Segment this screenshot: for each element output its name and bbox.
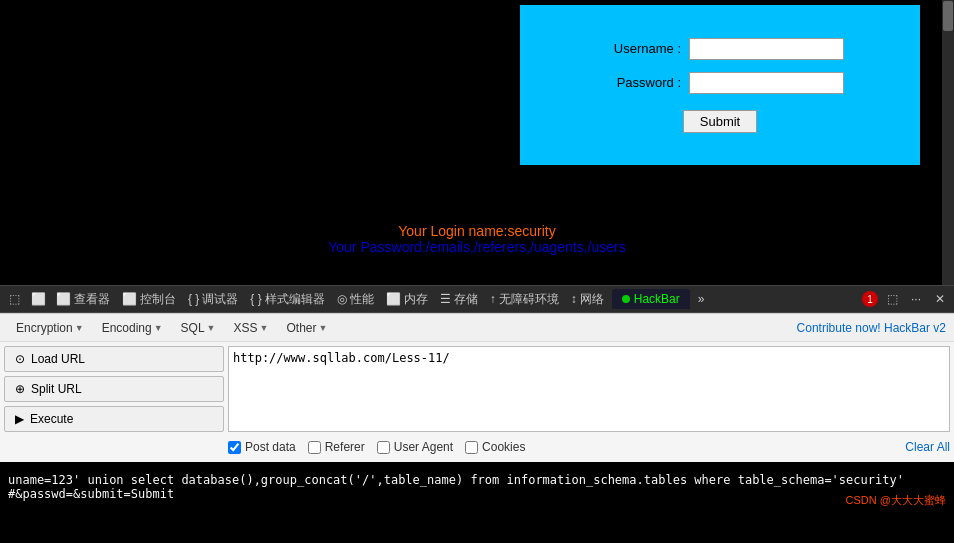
xss-arrow: ▼: [260, 323, 269, 333]
accessibility-tab[interactable]: ↑ 无障碍环境: [486, 289, 563, 310]
encryption-arrow: ▼: [75, 323, 84, 333]
execute-icon: ▶: [15, 412, 24, 426]
storage-icon: ☰: [440, 292, 451, 306]
cookies-checkbox[interactable]: Cookies: [465, 440, 525, 454]
close-icon[interactable]: ✕: [930, 289, 950, 309]
memory-label: 内存: [404, 291, 428, 308]
encryption-label: Encryption: [16, 321, 73, 335]
error-badge[interactable]: 1: [862, 291, 878, 307]
storage-label: 存储: [454, 291, 478, 308]
post-data-checkbox[interactable]: Post data: [228, 440, 296, 454]
submit-button[interactable]: Submit: [683, 110, 757, 133]
more-icon-2[interactable]: ···: [906, 289, 926, 309]
command-text: uname=123' union select database(),group…: [8, 473, 946, 501]
console-icon: ⬜: [122, 292, 137, 306]
style-editor-tab[interactable]: { } 样式编辑器: [246, 289, 328, 310]
contribute-text: Contribute now!: [797, 321, 884, 335]
encryption-menu[interactable]: Encryption ▼: [8, 318, 92, 338]
inspector-label: 查看器: [74, 291, 110, 308]
sql-menu[interactable]: SQL ▼: [173, 318, 224, 338]
hackbar-tab[interactable]: HackBar: [612, 289, 690, 309]
inspector-tab[interactable]: ⬜ 查看器: [52, 289, 114, 310]
performance-tab[interactable]: ◎ 性能: [333, 289, 378, 310]
watermark: CSDN @大大大蜜蜂: [846, 493, 946, 508]
contribute-link[interactable]: Contribute now! HackBar v2: [797, 321, 946, 335]
scrollbar-thumb[interactable]: [943, 1, 953, 31]
style-icon: { }: [250, 292, 261, 306]
url-options: Post data Referer User Agent Cookies Cle…: [228, 436, 950, 458]
user-agent-checkbox[interactable]: User Agent: [377, 440, 453, 454]
more-icon: »: [698, 292, 705, 306]
error-count: 1: [867, 294, 873, 305]
user-agent-label: User Agent: [394, 440, 453, 454]
performance-icon: ◎: [337, 292, 347, 306]
accessibility-icon: ↑: [490, 292, 496, 306]
referer-input[interactable]: [308, 441, 321, 454]
accessibility-label: 无障碍环境: [499, 291, 559, 308]
xss-label: XSS: [234, 321, 258, 335]
hackbar-dot: [622, 295, 630, 303]
hackbar-tab-label: HackBar: [634, 292, 680, 306]
hackbar-panel: Encryption ▼ Encoding ▼ SQL ▼ XSS ▼ Othe…: [0, 313, 954, 462]
username-label: Username :: [596, 41, 681, 56]
pick-icon[interactable]: ⬜: [28, 289, 48, 309]
hackbar-body: ⊙ Load URL ⊕ Split URL ▶ Execute http://…: [0, 342, 954, 462]
load-url-button[interactable]: ⊙ Load URL: [4, 346, 224, 372]
console-tab[interactable]: ⬜ 控制台: [118, 289, 180, 310]
more-tools-button[interactable]: »: [694, 290, 709, 308]
referer-label: Referer: [325, 440, 365, 454]
load-url-icon: ⊙: [15, 352, 25, 366]
post-data-input[interactable]: [228, 441, 241, 454]
encoding-menu[interactable]: Encoding ▼: [94, 318, 171, 338]
url-textarea[interactable]: http://www.sqllab.com/Less-11/: [228, 346, 950, 432]
encoding-label: Encoding: [102, 321, 152, 335]
style-label: 样式编辑器: [265, 291, 325, 308]
xss-menu[interactable]: XSS ▼: [226, 318, 277, 338]
network-label: 网络: [580, 291, 604, 308]
other-arrow: ▼: [318, 323, 327, 333]
login-panel: Username : Password : Submit: [520, 5, 920, 165]
memory-tab[interactable]: ⬜ 内存: [382, 289, 432, 310]
password-label: Password :: [596, 75, 681, 90]
password-row: Password :: [596, 72, 844, 94]
network-icon: ↕: [571, 292, 577, 306]
debugger-icon: { }: [188, 292, 199, 306]
split-url-label: Split URL: [31, 382, 82, 396]
username-row: Username :: [596, 38, 844, 60]
url-area: http://www.sqllab.com/Less-11/ Post data…: [228, 346, 950, 458]
login-password-text: Your Password:/emails,/referers,/uagents…: [0, 239, 954, 255]
inspect-icon[interactable]: ⬚: [4, 289, 24, 309]
referer-checkbox[interactable]: Referer: [308, 440, 365, 454]
user-agent-input[interactable]: [377, 441, 390, 454]
cookies-input[interactable]: [465, 441, 478, 454]
console-label: 控制台: [140, 291, 176, 308]
hackbar-menubar: Encryption ▼ Encoding ▼ SQL ▼ XSS ▼ Othe…: [0, 314, 954, 342]
clear-all-button[interactable]: Clear All: [905, 440, 950, 454]
split-url-button[interactable]: ⊕ Split URL: [4, 376, 224, 402]
load-url-label: Load URL: [31, 352, 85, 366]
other-menu[interactable]: Other ▼: [278, 318, 335, 338]
encoding-arrow: ▼: [154, 323, 163, 333]
performance-label: 性能: [350, 291, 374, 308]
memory-icon: ⬜: [386, 292, 401, 306]
cookies-label: Cookies: [482, 440, 525, 454]
network-tab[interactable]: ↕ 网络: [567, 289, 608, 310]
execute-label: Execute: [30, 412, 73, 426]
debugger-label: 调试器: [202, 291, 238, 308]
execute-button[interactable]: ▶ Execute: [4, 406, 224, 432]
debugger-tab[interactable]: { } 调试器: [184, 289, 242, 310]
login-message: Your Login name:security Your Password:/…: [0, 223, 954, 255]
split-url-icon: ⊕: [15, 382, 25, 396]
responsive-icon[interactable]: ⬚: [882, 289, 902, 309]
hackbar-version: HackBar v2: [884, 321, 946, 335]
post-data-label: Post data: [245, 440, 296, 454]
command-bar: uname=123' union select database(),group…: [0, 462, 954, 512]
storage-tab[interactable]: ☰ 存储: [436, 289, 482, 310]
browser-content: Username : Password : Submit Your Login …: [0, 0, 954, 285]
devtools-toolbar: ⬚ ⬜ ⬜ 查看器 ⬜ 控制台 { } 调试器 { } 样式编辑器 ◎ 性能 ⬜…: [0, 285, 954, 313]
password-input[interactable]: [689, 72, 844, 94]
sql-arrow: ▼: [207, 323, 216, 333]
hackbar-buttons: ⊙ Load URL ⊕ Split URL ▶ Execute: [4, 346, 224, 458]
username-input[interactable]: [689, 38, 844, 60]
inspector-icon: ⬜: [56, 292, 71, 306]
